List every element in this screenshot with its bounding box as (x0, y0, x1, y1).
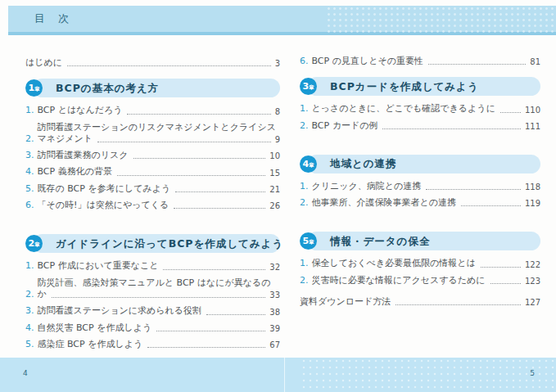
entry-label: 他事業所、介護保険事業者との連携 (312, 197, 457, 209)
chapter-5-title-pill: 情報・データの保全 (307, 232, 540, 250)
entry-label: 防災計画、感染対策マニュアルと BCP はなにが異なるの (38, 277, 281, 289)
left-page-column: はじめに 3 1 章 BCPの基本の考え方 1. BCP とはなんだろう 8 2… (25, 39, 280, 355)
entry-page-number: 10 (269, 151, 280, 161)
entry-label: 「その時!」は突然にやってくる (38, 200, 170, 211)
page-gutter-line (284, 358, 285, 392)
toc-entry: 3. 訪問看護ステーションに求められる役割 38 (25, 305, 280, 317)
entry-page-number: 9 (275, 134, 280, 145)
entry-label: BCP 作成において重要なこと (38, 260, 159, 272)
toc-entry: 1. BCP とはなんだろう 8 (25, 105, 280, 116)
toc-entry: 1. 保全しておくべき必要最低限の情報とは 122 (300, 258, 540, 269)
toc-entry: 2. 他事業所、介護保険事業者との連携 119 (300, 197, 540, 209)
toc-entry: 1. クリニック、病院との連携 118 (300, 181, 540, 192)
toc-entry: 3. 訪問看護業務のリスク 10 (25, 150, 280, 161)
entry-label: BCP とはなんだろう (38, 105, 123, 116)
dotted-leader (206, 314, 265, 315)
footer-band: 4 5 (0, 358, 556, 392)
entry-label: 災害時に必要な情報にアクセスするために (312, 275, 486, 286)
dotted-leader (428, 64, 526, 65)
toc-entry: 1. とっさのときに、どこでも確認できるように 110 (300, 103, 540, 115)
chapter-5-heading: 5 章 情報・データの保全 (300, 232, 540, 250)
entry-page-number: 38 (269, 307, 280, 318)
entry-label: BCP の見直しとその重要性 (312, 56, 423, 67)
book-toc-spread: 目 次 はじめに 3 1 章 BCPの基本の考え方 1. BCP とはなんだろう… (0, 0, 556, 392)
toc-entry-download: 資料ダウンロード方法 127 (300, 296, 540, 308)
chapter-title: BCPの基本の考え方 (56, 81, 159, 95)
entry-page-number: 122 (525, 259, 540, 270)
dotted-leader (175, 191, 265, 192)
dotted-leader (461, 205, 521, 206)
toc-entry: 5. 感染症 BCP を作成しよう 67 (25, 339, 280, 350)
dotted-leader (163, 269, 265, 270)
chapter-1-heading: 1 章 BCPの基本の考え方 (25, 79, 280, 97)
chapter-title: BCPカードを作成してみよう (330, 79, 479, 93)
toc-entry: 4. BCP 義務化の背景 15 (25, 166, 280, 178)
entry-page-number: 110 (525, 105, 540, 115)
chapter-4-badge: 4 章 (300, 155, 317, 173)
right-page-column: 6. BCP の見直しとその重要性 81 3 章 BCPカードを作成してみよう … (300, 39, 540, 313)
folio-right: 5 (530, 369, 535, 377)
entry-page-number: 39 (269, 323, 280, 334)
chapter-1-title-pill: BCPの基本の考え方 (33, 79, 280, 97)
entry-label: はじめに (25, 57, 62, 69)
toc-entry: 2. 災害時に必要な情報にアクセスするために 123 (300, 275, 540, 286)
dotted-leader (147, 347, 265, 348)
entry-label: 訪問看護業務のリスク (38, 150, 129, 161)
entry-page-number: 118 (525, 182, 540, 192)
entry-label-line2: マネジメント (38, 133, 93, 145)
dotted-leader (97, 142, 271, 142)
toc-entry-hajimeni: はじめに 3 (25, 57, 280, 69)
entry-label: クリニック、病院との連携 (312, 181, 422, 192)
dotted-leader (174, 208, 265, 209)
chapter-3-title-pill: BCPカードを作成してみよう (307, 77, 540, 96)
chapter-2-title-pill: ガイドラインに沿ってBCPを作成してみよう (33, 234, 280, 253)
dotted-leader (133, 158, 266, 159)
entry-page-number: 32 (269, 262, 280, 273)
entry-page-number: 119 (525, 198, 540, 209)
folio-left: 4 (23, 369, 28, 377)
toc-entry: 1. BCP 作成において重要なこと 32 (25, 260, 280, 272)
dotted-leader (117, 175, 265, 176)
chapter-title: 情報・データの保全 (330, 234, 430, 248)
entry-page-number: 3 (275, 58, 280, 69)
chapter-3-heading: 3 章 BCPカードを作成してみよう (300, 77, 540, 96)
entry-page-number: 127 (525, 297, 540, 308)
toc-entry: 6. 「その時!」は突然にやってくる 26 (25, 200, 280, 211)
entry-label: 感染症 BCP を作成しよう (38, 339, 143, 350)
dotted-leader (52, 297, 266, 298)
entry-label: 自然災害 BCP を作成しよう (38, 322, 152, 334)
entry-label-line2: か (38, 289, 47, 300)
entry-label: BCP 義務化の背景 (38, 166, 112, 178)
chapter-4-title-pill: 地域との連携 (307, 155, 540, 173)
page-title: 目 次 (34, 11, 74, 26)
entry-page-number: 15 (269, 168, 280, 178)
entry-label: 保全しておくべき必要最低限の情報とは (312, 258, 476, 269)
dotted-leader (67, 65, 271, 66)
dotted-leader (490, 283, 521, 284)
entry-label: 訪問看護ステーションのリスクマネジメントとクライシス (38, 122, 281, 133)
entry-page-number: 111 (525, 121, 540, 132)
entry-label: 資料ダウンロード方法 (300, 296, 391, 308)
entry-page-number: 123 (525, 276, 540, 286)
chapter-2-heading: 2 章 ガイドラインに沿ってBCPを作成してみよう (25, 234, 280, 253)
dotted-leader (426, 189, 521, 190)
entry-page-number: 8 (275, 106, 280, 117)
dotted-leader (127, 114, 270, 115)
dotted-leader (481, 267, 521, 268)
dotted-leader (500, 112, 521, 113)
dotted-leader (382, 128, 520, 129)
chapter-4-heading: 4 章 地域との連携 (300, 155, 540, 173)
toc-entry: 6. BCP の見直しとその重要性 81 (300, 56, 540, 67)
entry-page-number: 26 (269, 201, 280, 211)
chapter-title: ガイドラインに沿ってBCPを作成してみよう (56, 237, 283, 250)
entry-page-number: 81 (530, 56, 540, 67)
toc-entry: 2. 訪問看護ステーションのリスクマネジメントとクライシス マネジメント 9 (25, 122, 280, 146)
entry-label: とっさのときに、どこでも確認できるように (312, 103, 495, 115)
toc-entry: 2. BCP カードの例 111 (300, 120, 540, 132)
entry-label: 訪問看護ステーションに求められる役割 (38, 305, 202, 317)
entry-page-number: 21 (269, 184, 280, 195)
toc-entry: 4. 自然災害 BCP を作成しよう 39 (25, 322, 280, 334)
entry-label: 既存の BCP を参考にしてみよう (38, 183, 171, 195)
dotted-leader (156, 331, 265, 331)
toc-entry: 2. 防災計画、感染対策マニュアルと BCP はなにが異なるの か 33 (25, 277, 280, 301)
